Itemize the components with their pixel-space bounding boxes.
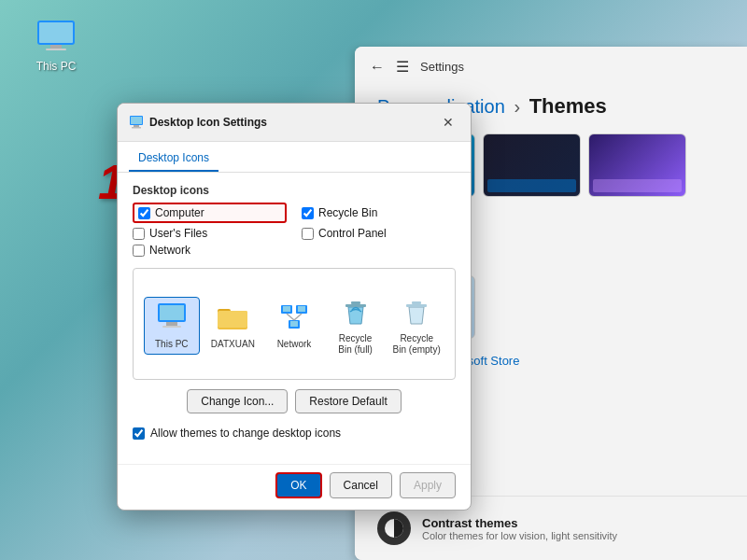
checkbox-recycle-bin[interactable]: Recycle Bin bbox=[302, 203, 456, 223]
checkbox-control-panel-label: Control Panel bbox=[318, 227, 387, 240]
preview-icon-network[interactable]: Network bbox=[266, 298, 322, 354]
icon-action-row: Change Icon... Restore Default bbox=[133, 389, 456, 413]
ok-button[interactable]: OK bbox=[275, 472, 321, 498]
svg-rect-12 bbox=[162, 326, 181, 328]
dialog-footer: OK Cancel Apply bbox=[118, 464, 471, 510]
desktop-icon-settings-dialog: Desktop Icon Settings ✕ Desktop Icons De… bbox=[117, 103, 472, 511]
checkbox-computer[interactable]: Computer bbox=[133, 203, 287, 223]
monitor-icon bbox=[34, 19, 78, 56]
dialog-tabs: Desktop Icons bbox=[118, 142, 471, 173]
recycle-bin-full-icon bbox=[339, 296, 373, 329]
tab-desktop-icons[interactable]: Desktop Icons bbox=[129, 147, 218, 172]
dialog-title-text: Desktop Icon Settings bbox=[149, 116, 267, 129]
checkbox-computer-label: Computer bbox=[155, 206, 204, 219]
dialog-content: Desktop icons Computer Recycle Bin User'… bbox=[118, 173, 471, 464]
checkbox-recycle-bin-label: Recycle Bin bbox=[318, 206, 377, 219]
svg-rect-21 bbox=[290, 321, 298, 327]
svg-rect-17 bbox=[283, 306, 290, 312]
checkbox-network-label: Network bbox=[149, 244, 190, 257]
checkbox-grid: Computer Recycle Bin User's Files Contro… bbox=[133, 203, 456, 257]
checkbox-users-files-label: User's Files bbox=[149, 227, 207, 240]
svg-line-23 bbox=[294, 314, 302, 320]
theme-thumb-3[interactable] bbox=[588, 133, 686, 197]
section-label: Desktop icons bbox=[133, 184, 456, 197]
desktop-icon-label: This PC bbox=[36, 60, 77, 73]
folder-icon bbox=[216, 301, 249, 335]
checkbox-recycle-bin-input[interactable] bbox=[302, 207, 314, 219]
preview-icon-datxuan-label: DATXUAN bbox=[211, 339, 255, 350]
icon-preview-area: This PC DATXUAN bbox=[133, 268, 456, 380]
preview-icon-recycle-full[interactable]: Recycle Bin (full) bbox=[328, 292, 384, 359]
restore-default-button[interactable]: Restore Default bbox=[295, 389, 401, 413]
svg-line-22 bbox=[287, 314, 294, 320]
this-pc-icon bbox=[155, 301, 189, 335]
back-icon[interactable]: ← bbox=[370, 59, 385, 76]
svg-rect-3 bbox=[46, 49, 66, 50]
preview-icon-recycle-empty[interactable]: Recycle Bin (empty) bbox=[388, 292, 444, 359]
breadcrumb-separator: › bbox=[514, 96, 520, 117]
svg-rect-7 bbox=[134, 125, 139, 127]
desktop: This PC ← ☰ Settings Personalization › T… bbox=[0, 0, 747, 560]
checkbox-computer-input[interactable] bbox=[138, 207, 150, 219]
dialog-title-left: Desktop Icon Settings bbox=[129, 115, 267, 130]
svg-rect-26 bbox=[406, 304, 427, 307]
preview-icon-network-label: Network bbox=[277, 339, 312, 350]
checkbox-control-panel-input[interactable] bbox=[302, 228, 314, 240]
svg-rect-6 bbox=[131, 117, 142, 124]
svg-rect-8 bbox=[132, 127, 141, 129]
svg-rect-27 bbox=[412, 301, 421, 304]
allow-themes-row: Allow themes to change desktop icons bbox=[133, 423, 456, 443]
network-icon bbox=[277, 301, 311, 335]
checkbox-network-input[interactable] bbox=[133, 245, 145, 257]
svg-rect-25 bbox=[351, 301, 360, 304]
preview-icon-recycle-empty-label: Recycle Bin (empty) bbox=[392, 333, 441, 356]
svg-rect-19 bbox=[298, 306, 305, 312]
settings-title-text: Settings bbox=[420, 60, 464, 74]
checkbox-users-files[interactable]: User's Files bbox=[133, 227, 287, 240]
desktop-icon-this-pc[interactable]: This PC bbox=[23, 19, 89, 73]
svg-rect-1 bbox=[39, 22, 73, 43]
dialog-close-button[interactable]: ✕ bbox=[437, 111, 459, 133]
svg-rect-11 bbox=[166, 322, 177, 326]
contrast-icon bbox=[377, 511, 411, 545]
preview-icon-this-pc[interactable]: This PC bbox=[144, 297, 200, 355]
svg-rect-15 bbox=[218, 311, 247, 328]
preview-icon-datxuan[interactable]: DATXUAN bbox=[204, 298, 261, 354]
checkbox-control-panel[interactable]: Control Panel bbox=[302, 227, 456, 240]
change-icon-button[interactable]: Change Icon... bbox=[187, 389, 288, 413]
allow-themes-checkbox[interactable] bbox=[133, 427, 145, 440]
checkbox-users-files-input[interactable] bbox=[133, 228, 145, 240]
contrast-title: Contrast themes bbox=[422, 516, 617, 530]
checkbox-network[interactable]: Network bbox=[133, 244, 287, 257]
breadcrumb-current: Themes bbox=[529, 94, 607, 118]
settings-titlebar: ← ☰ Settings bbox=[355, 47, 747, 87]
svg-rect-10 bbox=[160, 305, 184, 320]
preview-icon-recycle-full-label: Recycle Bin (full) bbox=[331, 333, 380, 356]
allow-themes-label: Allow themes to change desktop icons bbox=[150, 427, 341, 440]
contrast-desc: Color themes for low vision, light sensi… bbox=[422, 530, 617, 541]
theme-thumb-2[interactable] bbox=[483, 133, 581, 197]
dialog-titlebar: Desktop Icon Settings ✕ bbox=[118, 104, 471, 142]
dialog-title-icon bbox=[129, 115, 144, 130]
preview-icon-this-pc-label: This PC bbox=[155, 339, 189, 350]
contrast-text: Contrast themes Color themes for low vis… bbox=[422, 516, 617, 541]
svg-rect-2 bbox=[50, 45, 62, 49]
recycle-bin-empty-icon bbox=[400, 296, 433, 329]
apply-button[interactable]: Apply bbox=[400, 472, 456, 498]
svg-rect-24 bbox=[345, 304, 366, 307]
cancel-button[interactable]: Cancel bbox=[330, 472, 392, 498]
hamburger-icon[interactable]: ☰ bbox=[396, 58, 409, 76]
